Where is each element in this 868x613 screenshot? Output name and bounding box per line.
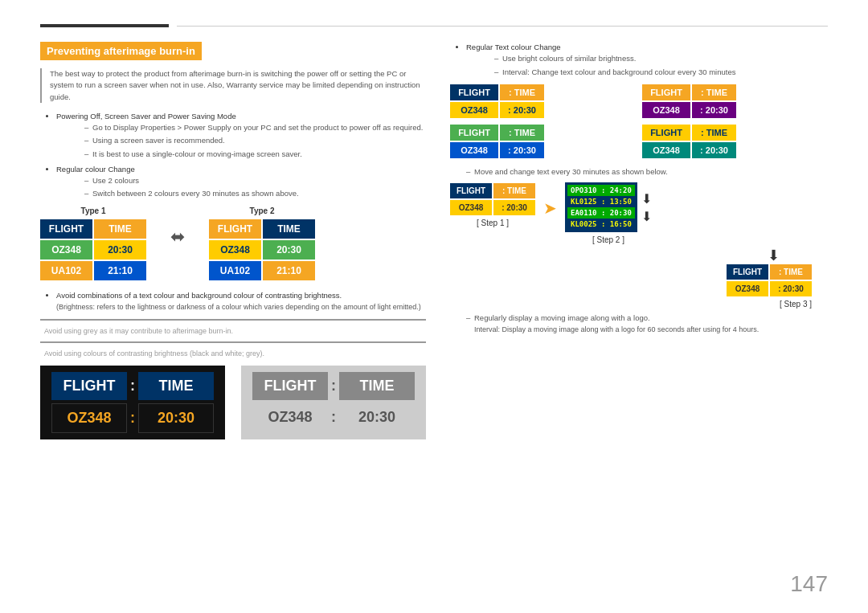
type2-board: FLIGHT TIME OZ348 20:30 UA102 21:10 [209,219,315,280]
top-line-light [177,26,828,27]
scroll-row-2: KL0125 : 13:50 [567,196,635,207]
large-board-grey: FLIGHT : TIME OZ348 : 20:30 [241,366,426,439]
top-decoration [40,24,828,27]
type2-ua-time-cell: 21:10 [263,261,315,280]
b4-oz: OZ348 [642,142,690,158]
move-dash: Move and change text every 30 minutes as… [466,166,828,178]
arrow-down-1-icon: ⬇ [641,191,652,206]
s1-time: : TIME [493,183,535,198]
double-arrow-icon: ⬌ [170,227,185,247]
colour-dash-1: Use 2 colours [84,175,426,186]
colour-dash-list: Use 2 colours Switch between 2 colours e… [72,175,426,200]
step3-arrow-area: ⬇ [450,247,828,264]
divider-2 [40,341,426,343]
b1-flight: FLIGHT [450,84,498,100]
step-arrow-right-icon: ➤ [543,182,557,218]
large-black-oz: OZ348 [51,403,127,433]
type1-ua-row: UA102 21:10 [40,261,146,280]
s3-flight: FLIGHT [727,264,768,280]
avoid-text-2: Avoid using grey as it may contribute to… [40,327,426,335]
type1-time-val-cell: 20:30 [94,240,146,260]
b3-oz: OZ348 [450,142,498,158]
steps-section: FLIGHT : TIME OZ348 : 20:30 [ Step 1 ] ➤ [450,182,828,244]
dash-item-3: It is best to use a single-colour or mov… [84,149,426,160]
type1-time-cell: TIME [94,219,146,239]
step2-scroll-board: OPO310 : 24:20 KL0125 : 13:50 EA0110 : 2… [565,182,637,232]
boards-grid: FLIGHT : TIME OZ348 : 20:30 FLIGHT [450,84,828,158]
scroll-row-4: KL0025 : 16:50 [567,219,635,230]
b2-time: : TIME [692,84,736,100]
main-bullet-list: Powering Off, Screen Saver and Power Sav… [44,111,426,200]
board-4: FLIGHT : TIME OZ348 : 20:30 [642,125,828,158]
left-column: Preventing afterimage burn-in The best w… [40,42,426,439]
b1-oz: OZ348 [450,102,498,118]
avoid-text-3: Avoid using colours of contrasting brigh… [40,349,426,358]
arrow-container: ⬌ [170,206,185,247]
large-grey-2030: 20:30 [339,403,415,431]
large-grey-oz: OZ348 [252,403,328,431]
step1-label: [ Step 1 ] [450,219,535,227]
type2-time-val-cell: 20:30 [263,240,315,260]
b4-flight: FLIGHT [642,125,690,141]
type2-flight-cell: FLIGHT [209,219,261,239]
right-column: Regular Text colour Change Use bright co… [450,42,828,439]
type1-ua-cell: UA102 [40,261,92,280]
step1-block: FLIGHT : TIME OZ348 : 20:30 [ Step 1 ] [450,182,535,227]
large-grey-time: TIME [339,372,415,400]
scroll-row-3: EA0110 : 20:30 [567,207,635,219]
bullet-item-powering: Powering Off, Screen Saver and Power Sav… [56,111,426,160]
s1-2030: : 20:30 [493,200,535,215]
dash-item-2: Using a screen saver is recommended. [84,135,426,146]
type1-ua-time-cell: 21:10 [94,261,146,280]
type1-flight-cell: FLIGHT [40,219,92,239]
step3-label: [ Step 3 ] [780,300,812,309]
arrow-down-2-icon: ⬇ [641,209,652,224]
type2-header-row: FLIGHT TIME [209,219,315,239]
arrow-down-step3-icon: ⬇ [768,247,780,264]
s1-oz: OZ348 [450,200,492,215]
right-bullet-list: Regular Text colour Change Use bright co… [454,42,828,78]
type2-oz-row: OZ348 20:30 [209,240,315,260]
avoid-item-1: Avoid combinations of a text colour and … [56,290,426,313]
b3-flight: FLIGHT [450,125,498,141]
type2-label: Type 2 [209,206,315,215]
large-black-time: TIME [138,372,214,400]
board-1: FLIGHT : TIME OZ348 : 20:30 [450,84,636,118]
type2-section: Type 2 FLIGHT TIME OZ348 20:30 UA102 21: [209,206,315,280]
type1-label: Type 1 [40,206,146,215]
scroll-row-1: OPO310 : 24:20 [567,185,635,196]
right-bullet-main: Regular Text colour Change Use bright co… [466,42,828,78]
board-3: FLIGHT : TIME OZ348 : 20:30 [450,125,636,158]
large-board-black: FLIGHT : TIME OZ348 : 20:30 [40,366,225,439]
page-number: 147 [790,571,828,597]
s1-flight: FLIGHT [450,183,492,198]
type1-oz-row: OZ348 20:30 [40,240,146,260]
step2-label: [ Step 2 ] [565,235,652,244]
s3-2030: : 20:30 [770,281,812,296]
content-wrapper: Preventing afterimage burn-in The best w… [40,42,828,439]
type2-ua-row: UA102 21:10 [209,261,315,280]
step2-block: OPO310 : 24:20 KL0125 : 13:50 EA0110 : 2… [565,182,652,244]
b4-time: : TIME [692,125,736,141]
right-dash-1: Use bright colours of similar brightness… [494,53,828,64]
regularly-list: Regularly display a moving image along w… [466,313,828,336]
board-2: FLIGHT : TIME OZ348 : 20:30 [642,84,828,118]
large-black-flight: FLIGHT [51,372,127,400]
type1-oz-cell: OZ348 [40,240,92,260]
type2-ua-cell: UA102 [209,261,261,280]
s3-oz: OZ348 [727,281,768,296]
colour-dash-2: Switch between 2 colours every 30 minute… [84,188,426,199]
right-dash-list: Use bright colours of similar brightness… [482,53,828,78]
type2-oz-cell: OZ348 [209,240,261,260]
step3-area: FLIGHT : TIME OZ348 : 20:30 [ Step 3 ] [450,264,828,309]
b1-2030: : 20:30 [500,102,544,118]
page: Preventing afterimage burn-in The best w… [0,0,868,613]
b1-time: : TIME [500,84,544,100]
avoid-list: Avoid combinations of a text colour and … [44,290,426,313]
move-dash-list: Move and change text every 30 minutes as… [466,166,828,178]
type1-section: Type 1 FLIGHT TIME OZ348 20:30 UA102 21: [40,206,146,280]
intro-text: The best way to protect the product from… [40,68,426,103]
b2-flight: FLIGHT [642,84,690,100]
type-section: Type 1 FLIGHT TIME OZ348 20:30 UA102 21: [40,206,426,280]
large-black-2030: 20:30 [138,403,214,433]
